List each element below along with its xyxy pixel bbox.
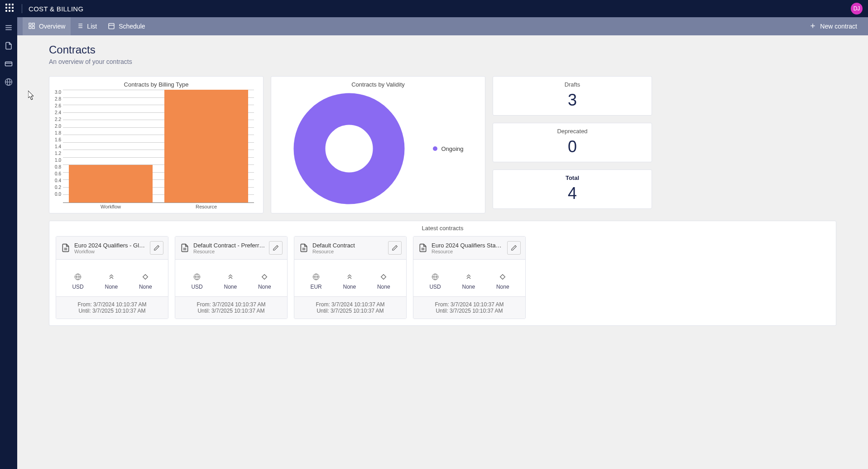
svg-rect-11 — [32, 26, 34, 29]
contract-title: Euro 2024 Qualifiers - Globec... — [74, 242, 146, 249]
tab-overview[interactable]: Overview — [23, 17, 71, 35]
sidebar — [0, 17, 17, 469]
contract-title: Euro 2024 Qualifiers Standard — [432, 242, 504, 249]
stat-total-label: Total — [493, 174, 652, 181]
currency-icon — [74, 273, 82, 282]
new-contract-label: New contract — [820, 23, 857, 30]
chart-xlabel-0: Workflow — [63, 204, 158, 209]
tag-icon — [380, 273, 387, 282]
legend-swatch — [433, 146, 437, 151]
donut-icon — [293, 92, 406, 205]
chart-billing[interactable]: 3.02.82.62.42.22.01.81.61.41.21.00.80.60… — [49, 90, 263, 203]
chart-billing-card: Contracts by Billing Type 3.02.82.62.42.… — [49, 76, 264, 213]
document-icon[interactable] — [3, 40, 14, 52]
contract-until: Until: 3/7/2025 10:10:37 AM — [61, 308, 163, 314]
contract-until: Until: 3/7/2025 10:10:37 AM — [180, 308, 283, 314]
legend-label: Ongoing — [441, 145, 463, 152]
toolbar: Overview List Schedule New contract — [17, 17, 868, 35]
contract-priority: None — [343, 284, 356, 290]
priority-icon — [227, 273, 234, 282]
contract-priority: None — [224, 284, 237, 290]
calendar-icon — [108, 22, 115, 31]
svg-rect-9 — [32, 23, 34, 25]
contract-subtitle: Resource — [312, 249, 384, 254]
contract-currency: USD — [429, 284, 441, 290]
legend-ongoing[interactable]: Ongoing — [433, 145, 463, 152]
currency-icon — [312, 273, 320, 282]
card-icon[interactable] — [3, 58, 14, 70]
document-icon — [180, 243, 190, 253]
plus-icon — [809, 22, 816, 31]
contract-currency: USD — [72, 284, 83, 290]
tab-schedule[interactable]: Schedule — [102, 17, 150, 35]
hamburger-icon[interactable] — [3, 22, 14, 34]
priority-icon — [346, 273, 353, 282]
contract-card[interactable]: Default Contract - Preferred Resource US… — [175, 236, 288, 319]
stat-deprecated-label: Deprecated — [493, 128, 652, 135]
chart-validity-title: Contracts by Validity — [271, 77, 485, 90]
document-icon — [299, 243, 309, 253]
contract-currency: USD — [191, 284, 202, 290]
globe-icon[interactable] — [3, 76, 14, 88]
contract-priority: None — [462, 284, 475, 290]
chart-validity-card: Contracts by Validity Ongoing — [271, 76, 485, 213]
content: Contracts An overview of your contracts … — [17, 35, 868, 469]
contract-until: Until: 3/7/2025 10:10:37 AM — [299, 308, 402, 314]
tab-list[interactable]: List — [71, 17, 102, 35]
contract-tag: None — [139, 284, 152, 290]
stat-drafts-label: Drafts — [493, 81, 652, 88]
latest-card: Latest contracts Euro 2024 Qualifiers - … — [49, 221, 836, 326]
stat-drafts-value: 3 — [493, 91, 652, 110]
edit-button[interactable] — [150, 241, 163, 255]
contract-subtitle: Resource — [193, 249, 265, 254]
stat-total-value: 4 — [493, 184, 652, 203]
contract-title: Default Contract - Preferred — [193, 242, 265, 249]
divider — [22, 4, 22, 13]
list-icon — [76, 22, 83, 31]
page-subtitle: An overview of your contracts — [49, 58, 836, 65]
contract-tag: None — [496, 284, 509, 290]
edit-button[interactable] — [388, 241, 402, 255]
tab-list-label: List — [87, 23, 97, 30]
stat-total[interactable]: Total 4 — [493, 169, 652, 209]
tab-overview-label: Overview — [39, 23, 65, 30]
stats-column: Drafts 3 Deprecated 0 Total 4 — [493, 76, 652, 213]
contract-card[interactable]: Default Contract Resource EUR None None … — [294, 236, 407, 319]
chart-xlabel-1: Resource — [158, 204, 254, 209]
chart-validity[interactable]: Ongoing — [271, 90, 485, 208]
stat-deprecated[interactable]: Deprecated 0 — [493, 123, 652, 162]
app-title: COST & BILLING — [29, 5, 83, 13]
app-launcher-icon[interactable] — [5, 4, 15, 14]
topbar: COST & BILLING DJ — [0, 0, 868, 17]
contract-card[interactable]: Euro 2024 Qualifiers Standard Resource U… — [413, 236, 526, 319]
tab-schedule-label: Schedule — [119, 23, 145, 30]
svg-rect-18 — [109, 23, 114, 29]
currency-icon — [193, 273, 201, 282]
tag-icon — [142, 273, 149, 282]
new-contract-button[interactable]: New contract — [804, 17, 863, 35]
stat-drafts[interactable]: Drafts 3 — [493, 76, 652, 116]
latest-title: Latest contracts — [49, 221, 836, 233]
contract-from: From: 3/7/2024 10:10:37 AM — [418, 301, 521, 308]
contract-from: From: 3/7/2024 10:10:37 AM — [61, 301, 163, 308]
priority-icon — [108, 273, 115, 282]
document-icon — [418, 243, 428, 253]
contract-card[interactable]: Euro 2024 Qualifiers - Globec... Workflo… — [56, 236, 168, 319]
tag-icon — [261, 273, 268, 282]
edit-button[interactable] — [269, 241, 283, 255]
grid-icon — [28, 22, 35, 31]
currency-icon — [432, 273, 439, 282]
contract-subtitle: Resource — [432, 249, 504, 254]
contract-tag: None — [258, 284, 271, 290]
svg-rect-10 — [29, 26, 31, 29]
contract-from: From: 3/7/2024 10:10:37 AM — [299, 301, 402, 308]
svg-rect-3 — [5, 62, 12, 66]
avatar[interactable]: DJ — [851, 3, 863, 15]
edit-button[interactable] — [507, 241, 521, 255]
contract-priority: None — [105, 284, 118, 290]
svg-point-22 — [310, 109, 389, 189]
contract-from: From: 3/7/2024 10:10:37 AM — [180, 301, 283, 308]
tag-icon — [499, 273, 506, 282]
chart-billing-title: Contracts by Billing Type — [49, 77, 263, 90]
contract-title: Default Contract — [312, 242, 384, 249]
